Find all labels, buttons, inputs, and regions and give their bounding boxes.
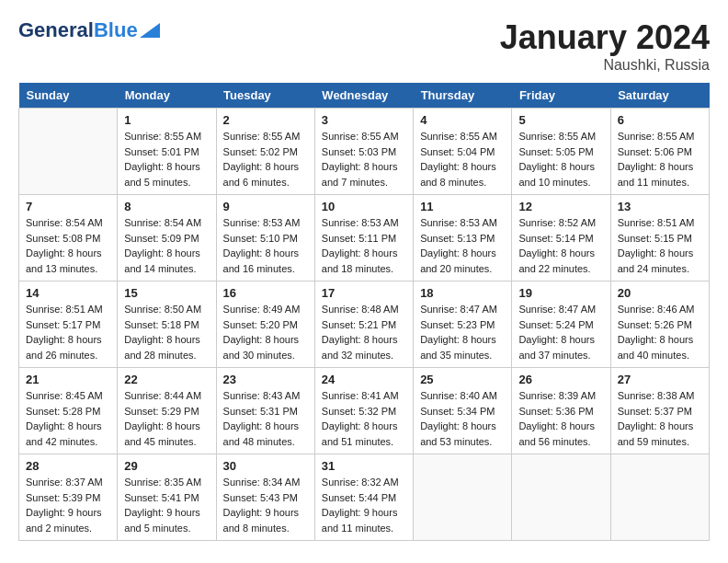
col-header-wednesday: Wednesday [314,83,413,109]
col-header-friday: Friday [512,83,610,109]
day-number: 11 [420,200,505,213]
calendar-cell: 27Sunrise: 8:38 AMSunset: 5:37 PMDayligh… [610,368,709,454]
col-header-sunday: Sunday [19,83,118,109]
col-header-tuesday: Tuesday [216,83,314,109]
day-info: Sunrise: 8:32 AMSunset: 5:44 PMDaylight:… [322,475,406,535]
calendar-cell: 28Sunrise: 8:37 AMSunset: 5:39 PMDayligh… [19,454,118,541]
day-info: Sunrise: 8:51 AMSunset: 5:15 PMDaylight:… [618,215,702,276]
day-info: Sunrise: 8:53 AMSunset: 5:13 PMDaylight:… [420,215,505,276]
calendar-header-row: SundayMondayTuesdayWednesdayThursdayFrid… [19,83,710,109]
calendar-cell: 1Sunrise: 8:55 AMSunset: 5:01 PMDaylight… [118,109,216,195]
day-info: Sunrise: 8:43 AMSunset: 5:31 PMDaylight:… [223,388,308,449]
calendar-cell: 29Sunrise: 8:35 AMSunset: 5:41 PMDayligh… [118,454,216,541]
day-info: Sunrise: 8:49 AMSunset: 5:20 PMDaylight:… [223,302,308,362]
calendar-cell: 22Sunrise: 8:44 AMSunset: 5:29 PMDayligh… [118,368,216,454]
col-header-thursday: Thursday [414,83,512,109]
day-number: 19 [518,286,603,300]
day-info: Sunrise: 8:55 AMSunset: 5:05 PMDaylight:… [518,129,603,190]
location: Naushki, Russia [500,57,710,74]
day-number: 7 [26,200,110,213]
day-number: 14 [26,286,110,300]
day-info: Sunrise: 8:52 AMSunset: 5:14 PMDaylight:… [518,215,603,276]
calendar-cell: 13Sunrise: 8:51 AMSunset: 5:15 PMDayligh… [610,195,709,282]
day-number: 18 [420,286,505,300]
day-number: 31 [322,459,406,473]
calendar-week-row: 7Sunrise: 8:54 AMSunset: 5:08 PMDaylight… [19,195,710,282]
day-number: 6 [618,113,702,127]
day-info: Sunrise: 8:40 AMSunset: 5:34 PMDaylight:… [420,388,505,449]
calendar-cell: 21Sunrise: 8:45 AMSunset: 5:28 PMDayligh… [19,368,118,454]
calendar-week-row: 28Sunrise: 8:37 AMSunset: 5:39 PMDayligh… [19,454,710,541]
calendar-cell: 24Sunrise: 8:41 AMSunset: 5:32 PMDayligh… [314,368,413,454]
day-number: 27 [618,373,702,386]
calendar-week-row: 14Sunrise: 8:51 AMSunset: 5:17 PMDayligh… [19,282,710,368]
calendar-cell: 25Sunrise: 8:40 AMSunset: 5:34 PMDayligh… [414,368,512,454]
calendar-cell: 7Sunrise: 8:54 AMSunset: 5:08 PMDaylight… [19,195,118,282]
day-number: 23 [223,373,308,386]
day-number: 5 [518,113,603,127]
day-info: Sunrise: 8:55 AMSunset: 5:02 PMDaylight:… [223,129,308,190]
svg-marker-0 [140,23,160,38]
day-number: 21 [26,373,110,386]
calendar-cell: 17Sunrise: 8:48 AMSunset: 5:21 PMDayligh… [314,282,413,368]
calendar-cell: 4Sunrise: 8:55 AMSunset: 5:04 PMDaylight… [414,109,512,195]
calendar-cell: 9Sunrise: 8:53 AMSunset: 5:10 PMDaylight… [216,195,314,282]
logo: General Blue [18,18,160,42]
day-number: 3 [322,113,406,127]
day-number: 10 [322,200,406,213]
col-header-monday: Monday [118,83,216,109]
calendar-cell: 8Sunrise: 8:54 AMSunset: 5:09 PMDaylight… [118,195,216,282]
day-number: 17 [322,286,406,300]
day-number: 8 [124,200,209,213]
calendar-cell: 3Sunrise: 8:55 AMSunset: 5:03 PMDaylight… [314,109,413,195]
day-number: 29 [124,459,209,473]
calendar-week-row: 1Sunrise: 8:55 AMSunset: 5:01 PMDaylight… [19,109,710,195]
day-info: Sunrise: 8:38 AMSunset: 5:37 PMDaylight:… [618,388,702,449]
day-number: 30 [223,459,308,473]
day-info: Sunrise: 8:55 AMSunset: 5:03 PMDaylight:… [322,129,406,190]
day-info: Sunrise: 8:55 AMSunset: 5:01 PMDaylight:… [124,129,209,190]
calendar-cell: 14Sunrise: 8:51 AMSunset: 5:17 PMDayligh… [19,282,118,368]
day-number: 20 [618,286,702,300]
day-info: Sunrise: 8:39 AMSunset: 5:36 PMDaylight:… [518,388,603,449]
calendar-table: SundayMondayTuesdayWednesdayThursdayFrid… [18,83,710,541]
day-number: 12 [518,200,603,213]
calendar-cell: 26Sunrise: 8:39 AMSunset: 5:36 PMDayligh… [512,368,610,454]
logo-blue: Blue [94,18,138,42]
day-info: Sunrise: 8:47 AMSunset: 5:24 PMDaylight:… [518,302,603,362]
calendar-cell: 20Sunrise: 8:46 AMSunset: 5:26 PMDayligh… [610,282,709,368]
calendar-cell: 31Sunrise: 8:32 AMSunset: 5:44 PMDayligh… [314,454,413,541]
day-number: 1 [124,113,209,127]
day-info: Sunrise: 8:51 AMSunset: 5:17 PMDaylight:… [26,302,110,362]
calendar-cell: 16Sunrise: 8:49 AMSunset: 5:20 PMDayligh… [216,282,314,368]
calendar-cell [512,454,610,541]
calendar-week-row: 21Sunrise: 8:45 AMSunset: 5:28 PMDayligh… [19,368,710,454]
day-number: 2 [223,113,308,127]
day-number: 4 [420,113,505,127]
month-title: January 2024 [500,18,710,57]
day-info: Sunrise: 8:35 AMSunset: 5:41 PMDaylight:… [124,475,209,535]
day-info: Sunrise: 8:45 AMSunset: 5:28 PMDaylight:… [26,388,110,449]
day-info: Sunrise: 8:46 AMSunset: 5:26 PMDaylight:… [618,302,702,362]
day-number: 13 [618,200,702,213]
calendar-cell: 19Sunrise: 8:47 AMSunset: 5:24 PMDayligh… [512,282,610,368]
day-info: Sunrise: 8:53 AMSunset: 5:10 PMDaylight:… [223,215,308,276]
calendar-cell: 12Sunrise: 8:52 AMSunset: 5:14 PMDayligh… [512,195,610,282]
header: General Blue January 2024 Naushki, Russi… [18,18,710,74]
calendar-cell [414,454,512,541]
day-number: 22 [124,373,209,386]
day-number: 9 [223,200,308,213]
logo-icon [140,23,160,38]
col-header-saturday: Saturday [610,83,709,109]
calendar-cell: 11Sunrise: 8:53 AMSunset: 5:13 PMDayligh… [414,195,512,282]
day-info: Sunrise: 8:53 AMSunset: 5:11 PMDaylight:… [322,215,406,276]
calendar-cell: 18Sunrise: 8:47 AMSunset: 5:23 PMDayligh… [414,282,512,368]
calendar-cell: 10Sunrise: 8:53 AMSunset: 5:11 PMDayligh… [314,195,413,282]
title-area: January 2024 Naushki, Russia [500,18,710,74]
calendar-cell [610,454,709,541]
day-info: Sunrise: 8:54 AMSunset: 5:08 PMDaylight:… [26,215,110,276]
day-info: Sunrise: 8:37 AMSunset: 5:39 PMDaylight:… [26,475,110,535]
calendar-cell: 5Sunrise: 8:55 AMSunset: 5:05 PMDaylight… [512,109,610,195]
calendar-cell: 30Sunrise: 8:34 AMSunset: 5:43 PMDayligh… [216,454,314,541]
calendar-cell: 23Sunrise: 8:43 AMSunset: 5:31 PMDayligh… [216,368,314,454]
